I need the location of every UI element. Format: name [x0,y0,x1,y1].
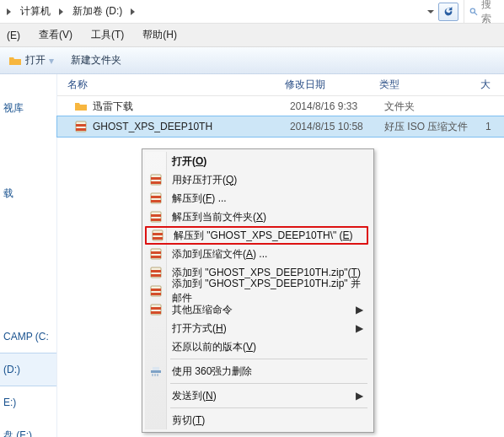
svg-rect-18 [151,251,161,254]
svg-rect-6 [151,177,161,180]
svg-rect-7 [151,181,161,184]
ctx-label: 使用 360强力删除 [172,364,252,379]
ctx-label: 剪切(T) [172,413,205,428]
menu-view[interactable]: 查看(V) [35,24,76,46]
search-icon [469,7,478,17]
ctx-open-with[interactable]: 打开方式(H) ▶ [145,319,368,337]
chevron-down-icon: ▾ [49,55,54,67]
ctx-cut[interactable]: 剪切(T) [145,411,368,429]
shredder-icon [149,364,163,378]
chevron-right-icon[interactable] [3,6,15,18]
context-menu: 打开(O) 用好压打开(Q) 解压到(F) ... 解压到当前文件夹(X) 解压… [142,148,374,433]
crumb-drive-d[interactable]: 新加卷 (D:) [67,1,127,22]
ctx-send-to[interactable]: 发送到(N) ▶ [145,386,368,405]
item-name: 迅雷下载 [93,100,290,114]
ctx-haozip-open[interactable]: 用好压打开(Q) [145,170,368,189]
sidebar-item[interactable]: 盘 (F:) [0,418,56,437]
item-date: 2014/8/15 10:58 [290,121,384,132]
svg-rect-15 [153,233,163,235]
crumb-computer[interactable]: 计算机 [15,1,56,22]
menu-tools[interactable]: 工具(T) [88,24,127,46]
ctx-label: 解压到(F) ... [172,192,227,206]
sidebar-item[interactable]: CAMP (C: [0,321,56,353]
ctx-label: 还原以前的版本(V) [172,340,256,354]
archive-icon [149,210,163,224]
svg-rect-30 [153,367,159,370]
ctx-extract-named[interactable]: 解压到 "GHOST_XPS_DEEP10TH\" (E) [145,226,368,245]
sidebar: 视库 载 CAMP (C: (D:) E:) 盘 (F:) [0,74,57,437]
ctx-force-delete[interactable]: 使用 360强力删除 [145,362,368,380]
menu-help[interactable]: 帮助(H) [139,24,180,46]
refresh-button[interactable] [438,3,458,21]
svg-rect-13 [151,218,161,221]
svg-rect-12 [151,214,161,217]
toolbar: 打开 ▾ 新建文件夹 [0,47,504,74]
svg-line-1 [475,12,477,14]
col-type[interactable]: 类型 [369,78,470,92]
ctx-extract-to[interactable]: 解压到(F) ... [145,189,368,208]
col-date[interactable]: 修改日期 [275,78,369,92]
sidebar-item[interactable]: 载 [0,176,56,211]
col-name[interactable]: 名称 [57,78,275,92]
new-folder-label: 新建文件夹 [71,53,121,67]
folder-icon [74,100,88,113]
list-item[interactable]: GHOST_XPS_DEEP10TH 2014/8/15 10:58 好压 IS… [57,116,504,137]
archive-icon [149,173,163,186]
chevron-right-icon: ▶ [356,322,363,334]
svg-point-0 [470,8,475,13]
svg-rect-3 [76,124,86,127]
ctx-label: 用好压打开(Q) [172,173,237,187]
item-type: 文件夹 [384,100,485,114]
menu-edit[interactable]: (E) [3,26,24,45]
ctx-restore-versions[interactable]: 还原以前的版本(V) [145,337,368,356]
ctx-label: 解压到当前文件夹(X) [172,210,266,224]
svg-rect-10 [151,200,161,202]
sidebar-item[interactable]: E:) [0,386,56,418]
chevron-right-icon[interactable] [127,6,139,18]
svg-rect-25 [151,293,161,295]
archive-icon [149,284,163,298]
ctx-label: 打开方式(H) [172,321,227,336]
svg-rect-24 [151,289,161,291]
svg-rect-16 [153,237,163,240]
separator [170,359,367,359]
ctx-label: 发送到(N) [172,389,217,403]
ctx-extract-here[interactable]: 解压到当前文件夹(X) [145,208,368,226]
svg-rect-4 [76,128,86,131]
address-dropdown[interactable] [423,8,438,15]
svg-rect-21 [151,270,161,272]
menu-bar: (E) 查看(V) 工具(T) 帮助(H) [0,24,504,47]
sidebar-item-drive-d[interactable]: (D:) [0,353,56,386]
new-folder-button[interactable]: 新建文件夹 [71,53,121,67]
search-placeholder: 搜索 [481,0,499,26]
ctx-add-zip-mail[interactable]: 添加到 "GHOST_XPS_DEEP10TH.zip" 并邮件 [145,282,368,300]
ctx-other-cmds[interactable]: 其他压缩命令 ▶ [145,300,368,319]
svg-rect-19 [151,256,161,258]
svg-rect-27 [151,307,161,310]
search-input[interactable]: 搜索 [464,0,504,24]
sidebar-library[interactable]: 视库 [0,91,56,126]
item-type: 好压 ISO 压缩文件 [384,120,485,134]
separator [170,407,367,408]
ctx-label: 其他压缩命令 [172,303,233,317]
folder-open-icon [8,54,22,67]
open-label: 打开 [25,53,46,67]
archive-icon [149,266,163,279]
svg-rect-29 [151,370,161,373]
column-headers: 名称 修改日期 类型 大 [57,74,504,96]
archive-icon [74,120,88,133]
archive-icon [149,303,163,316]
col-size[interactable]: 大 [470,78,504,92]
breadcrumb[interactable]: 计算机 新加卷 (D:) [0,1,423,22]
open-button[interactable]: 打开 ▾ [8,53,54,67]
ctx-add-archive[interactable]: 添加到压缩文件(A) ... [145,245,368,263]
ctx-label: 添加到压缩文件(A) ... [172,247,267,262]
chevron-right-icon[interactable] [56,6,67,18]
archive-icon [151,229,164,242]
list-item[interactable]: 迅雷下载 2014/8/16 9:33 文件夹 [57,96,504,116]
archive-icon [149,192,163,205]
svg-rect-22 [151,274,161,277]
archive-icon [149,247,163,261]
ctx-label: 打开(O) [172,154,206,169]
ctx-open[interactable]: 打开(O) [145,152,368,170]
